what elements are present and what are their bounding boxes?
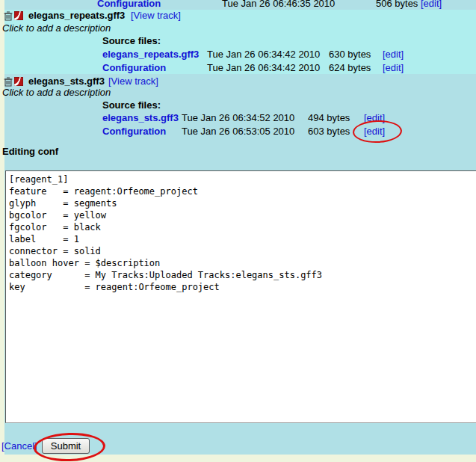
file-date: Tue Jan 26 06:34:42 2010 [207, 49, 320, 60]
share-icon[interactable] [14, 11, 23, 22]
file-edit-link[interactable]: [edit] [364, 126, 385, 137]
track-title-repeats: elegans_repeats.gff3 [28, 10, 125, 21]
file-date: Tue Jan 26 06:34:42 2010 [207, 63, 320, 73]
submit-button[interactable]: Submit [42, 438, 90, 454]
file-link[interactable]: elegans_repeats.gff3 [102, 49, 199, 60]
track-description-repeats[interactable]: Click to add a description [2, 23, 111, 34]
file-size: 624 bytes [329, 63, 371, 73]
file-link[interactable]: Configuration [102, 63, 166, 73]
prev-row-size: 506 bytes [376, 0, 418, 9]
file-edit-link[interactable]: [edit] [364, 113, 385, 123]
trash-icon[interactable] [4, 11, 13, 23]
conf-editor-textarea[interactable]: [reagent_1] feature = reagent:Orfeome_pr… [5, 170, 476, 423]
file-link[interactable]: Configuration [102, 126, 166, 137]
file-date: Tue Jan 26 06:34:52 2010 [182, 113, 294, 123]
view-track-link-sts[interactable]: [View track] [108, 76, 158, 87]
file-size: 603 bytes [308, 126, 350, 137]
track-title-sts: elegans_sts.gff3 [28, 76, 105, 87]
prev-row-date: Tue Jan 26 06:46:35 2010 [222, 0, 335, 9]
file-link[interactable]: elegans_sts.gff3 [102, 113, 179, 123]
gbrowse-custom-tracks-screen: Configuration Tue Jan 26 06:46:35 2010 5… [0, 0, 476, 462]
prev-row-edit-link[interactable]: [edit] [421, 0, 442, 9]
view-track-link-repeats[interactable]: [View track] [131, 10, 181, 21]
file-date: Tue Jan 26 06:53:05 2010 [182, 126, 294, 137]
editing-conf-heading: Editing conf [2, 147, 58, 157]
source-files-label-sts: Source files: [102, 100, 161, 111]
file-size: 630 bytes [329, 49, 371, 60]
track-description-sts[interactable]: Click to add a description [2, 87, 111, 98]
file-edit-link[interactable]: [edit] [383, 63, 404, 73]
file-edit-link[interactable]: [edit] [383, 49, 404, 60]
cancel-link[interactable]: [Cancel] [1, 441, 37, 452]
file-size: 494 bytes [308, 113, 350, 123]
prev-row-configuration-link[interactable]: Configuration [97, 0, 161, 9]
source-files-label-repeats: Source files: [102, 36, 161, 46]
